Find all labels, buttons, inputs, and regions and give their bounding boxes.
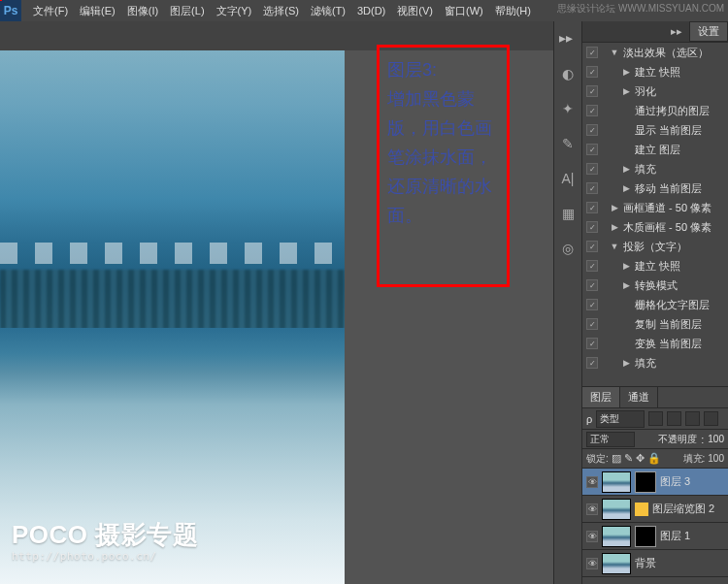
action-row[interactable]: ✓显示 当前图层 xyxy=(582,120,728,140)
action-row[interactable]: ✓▶画框通道 - 50 像素 xyxy=(582,198,728,217)
menu-help[interactable]: 帮助(H) xyxy=(489,4,537,18)
cc-icon[interactable]: ◎ xyxy=(562,241,574,256)
filter-kind-select[interactable]: 类型 xyxy=(596,410,645,428)
swatch-icon[interactable]: ▦ xyxy=(562,206,575,221)
disclosure-triangle-icon[interactable]: ▶ xyxy=(610,203,619,212)
action-vis-toggle[interactable]: ✓ xyxy=(586,105,598,116)
menu-3d[interactable]: 3D(D) xyxy=(351,5,391,16)
action-vis-toggle[interactable]: ✓ xyxy=(586,85,598,97)
collapsed-panel-bar[interactable]: ▸▸ ◐ ✦ ✎ A| ▦ ◎ xyxy=(553,21,582,584)
tab-layers[interactable]: 图层 xyxy=(582,387,620,407)
layer-vis-icon[interactable]: 👁 xyxy=(586,558,598,569)
layer-thumbnail[interactable] xyxy=(602,471,631,493)
disclosure-triangle-icon[interactable]: ▶ xyxy=(621,280,631,290)
menu-image[interactable]: 图像(I) xyxy=(121,4,164,18)
layer-name[interactable]: 图层 1 xyxy=(660,529,690,543)
action-row[interactable]: ✓复制 当前图层 xyxy=(582,314,728,334)
action-row[interactable]: ✓通过拷贝的图层 xyxy=(582,101,728,120)
brush-icon[interactable]: ✎ xyxy=(562,136,574,151)
menu-view[interactable]: 视图(V) xyxy=(391,4,439,18)
layer-list[interactable]: 👁图层 3👁图层缩览图 2👁图层 1👁背景 xyxy=(582,469,728,577)
lock-all-icon[interactable]: 🔒 xyxy=(647,452,661,465)
action-vis-toggle[interactable]: ✓ xyxy=(586,241,598,252)
action-row[interactable]: ✓变换 当前图层 xyxy=(582,334,728,353)
action-row[interactable]: ✓▶建立 快照 xyxy=(582,62,728,81)
disclosure-triangle-icon[interactable]: ▶ xyxy=(621,86,631,96)
disclosure-triangle-icon[interactable]: ▶ xyxy=(621,164,631,174)
blend-mode-select[interactable]: 正常 xyxy=(586,432,635,447)
layer-vis-icon[interactable]: 👁 xyxy=(586,476,598,488)
layer-row[interactable]: 👁图层 3 xyxy=(582,469,728,496)
layer-thumbnail[interactable] xyxy=(602,526,631,547)
action-vis-toggle[interactable]: ✓ xyxy=(586,144,598,155)
lock-pos-icon[interactable]: ✥ xyxy=(636,452,645,465)
tab-channels[interactable]: 通道 xyxy=(620,387,658,407)
fill-value[interactable]: 100 xyxy=(708,453,724,464)
settings-tab[interactable]: 设置 xyxy=(689,21,728,42)
panel-toggle-icon[interactable]: ▸▸ xyxy=(557,29,575,47)
disclosure-triangle-icon[interactable]: ▼ xyxy=(610,48,619,57)
compass-icon[interactable]: ✦ xyxy=(562,101,574,116)
filter-adj-icon[interactable] xyxy=(667,411,681,426)
layer-name[interactable]: 图层缩览图 2 xyxy=(652,502,714,516)
action-row[interactable]: ✓栅格化文字图层 xyxy=(582,295,728,314)
action-row[interactable]: ✓▶移动 当前图层 xyxy=(582,178,728,198)
menu-select[interactable]: 选择(S) xyxy=(257,4,305,18)
actions-list[interactable]: ✓▼淡出效果（选区）✓▶建立 快照✓▶羽化✓通过拷贝的图层✓显示 当前图层✓建立… xyxy=(582,43,728,387)
document-canvas[interactable]: POCO 摄影专题 http://photo.poco.cn/ xyxy=(0,50,345,584)
menu-file[interactable]: 文件(F) xyxy=(27,4,74,18)
action-vis-toggle[interactable]: ✓ xyxy=(586,318,598,330)
history-icon[interactable]: ◐ xyxy=(562,66,574,81)
action-vis-toggle[interactable]: ✓ xyxy=(586,338,598,349)
layer-mask-thumbnail[interactable] xyxy=(635,526,656,547)
layer-vis-icon[interactable]: 👁 xyxy=(586,503,598,515)
action-row[interactable]: ✓▶木质画框 - 50 像素 xyxy=(582,217,728,237)
layer-row[interactable]: 👁图层 1 xyxy=(582,523,728,550)
menu-edit[interactable]: 编辑(E) xyxy=(74,4,121,18)
menu-window[interactable]: 窗口(W) xyxy=(439,4,489,18)
disclosure-triangle-icon[interactable]: ▶ xyxy=(621,358,631,368)
action-row[interactable]: ✓▶填充 xyxy=(582,353,728,373)
action-vis-toggle[interactable]: ✓ xyxy=(586,260,598,272)
menu-type[interactable]: 文字(Y) xyxy=(211,4,258,18)
filter-pixel-icon[interactable] xyxy=(648,411,663,426)
action-vis-toggle[interactable]: ✓ xyxy=(586,202,598,213)
action-vis-toggle[interactable]: ✓ xyxy=(586,221,598,233)
layer-name[interactable]: 图层 3 xyxy=(660,474,690,489)
action-row[interactable]: ✓▼淡出效果（选区） xyxy=(582,43,728,62)
menu-layer[interactable]: 图层(L) xyxy=(164,4,210,18)
menu-filter[interactable]: 滤镜(T) xyxy=(305,4,351,18)
layer-thumbnail[interactable] xyxy=(602,499,631,520)
lock-trans-icon[interactable]: ▨ xyxy=(612,452,621,465)
action-row[interactable]: ✓▶转换模式 xyxy=(582,276,728,295)
layer-row[interactable]: 👁图层缩览图 2 xyxy=(582,496,728,523)
layer-mask-thumbnail[interactable] xyxy=(635,471,656,493)
action-row[interactable]: ✓▶填充 xyxy=(582,159,728,178)
action-vis-toggle[interactable]: ✓ xyxy=(586,66,598,78)
action-vis-toggle[interactable]: ✓ xyxy=(586,299,598,310)
disclosure-triangle-icon[interactable]: ▼ xyxy=(610,242,619,251)
layer-thumbnail[interactable] xyxy=(602,553,631,574)
disclosure-triangle-icon[interactable]: ▶ xyxy=(621,261,631,271)
disclosure-triangle-icon[interactable]: ▶ xyxy=(621,67,631,77)
action-vis-toggle[interactable]: ✓ xyxy=(586,124,598,136)
filter-shape-icon[interactable] xyxy=(704,411,718,426)
action-row[interactable]: ✓建立 图层 xyxy=(582,140,728,159)
opacity-value[interactable]: 100 xyxy=(708,434,724,444)
text-icon[interactable]: A| xyxy=(562,171,575,186)
action-vis-toggle[interactable]: ✓ xyxy=(586,163,598,175)
filter-text-icon[interactable] xyxy=(685,411,700,426)
collapse-icon[interactable]: ▸▸ xyxy=(668,23,685,41)
action-row[interactable]: ✓▶羽化 xyxy=(582,81,728,101)
action-vis-toggle[interactable]: ✓ xyxy=(586,357,598,369)
lock-paint-icon[interactable]: ✎ xyxy=(624,452,633,465)
action-vis-toggle[interactable]: ✓ xyxy=(586,182,598,194)
layer-vis-icon[interactable]: 👁 xyxy=(586,531,598,542)
layer-name[interactable]: 背景 xyxy=(635,556,656,570)
disclosure-triangle-icon[interactable]: ▶ xyxy=(610,222,619,232)
action-row[interactable]: ✓▼投影（文字） xyxy=(582,237,728,256)
disclosure-triangle-icon[interactable]: ▶ xyxy=(621,183,631,193)
action-row[interactable]: ✓▶建立 快照 xyxy=(582,256,728,276)
layer-row[interactable]: 👁背景 xyxy=(582,550,728,577)
action-vis-toggle[interactable]: ✓ xyxy=(586,279,598,291)
